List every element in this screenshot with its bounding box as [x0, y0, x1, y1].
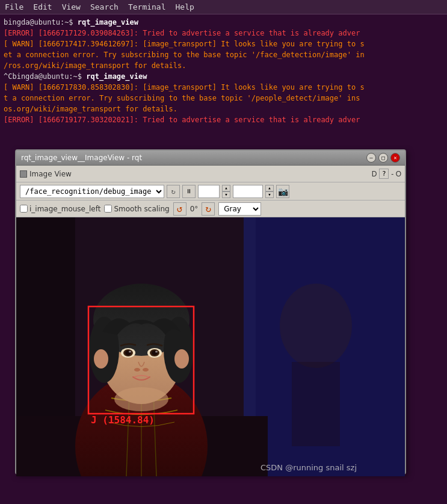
watermark-text: CSDN @running snail szj [260, 463, 357, 472]
terminal-warn-1: [ WARN] [1666717417.394612697]: [image_t… [4, 39, 443, 49]
time-spin-down[interactable]: ▾ [265, 191, 274, 198]
smooth-label-text: Smooth scaling [114, 205, 169, 213]
mouse-checkbox[interactable] [20, 205, 28, 213]
time-spinner: ▴ ▾ [265, 185, 274, 198]
time-input[interactable]: 10.00m [233, 185, 263, 198]
refresh-button[interactable]: ↻ [167, 185, 180, 198]
menu-bar: File Edit View Search Terminal Help [0, 0, 447, 14]
menu-help[interactable]: Help [176, 2, 194, 11]
svg-point-22 [155, 351, 158, 353]
image-svg: J (1584.84) CSDN @running snail szj [16, 217, 405, 476]
svg-point-21 [129, 351, 131, 353]
menu-edit[interactable]: Edit [33, 2, 52, 11]
maximize-button[interactable]: □ [378, 153, 388, 163]
terminal-warn-2: [ WARN] [1666717830.858302830]: [image_t… [4, 82, 443, 93]
pause-button[interactable]: ⏸ [182, 185, 196, 198]
terminal-warn-1c: /ros.org/wiki/image_transport for detail… [4, 60, 443, 71]
num-input[interactable]: 0 [198, 185, 220, 198]
mouse-label-text: i_image_mouse_left [29, 205, 100, 213]
menu-file[interactable]: File [5, 2, 23, 11]
terminal-cmd-1: rqt_image_view [78, 18, 138, 26]
svg-point-28 [280, 284, 352, 368]
rqt-window: rqt_image_view__ImageView - rqt – □ ✕ Im… [15, 149, 406, 474]
minimize-button[interactable]: – [366, 153, 376, 163]
terminal-output: bingda@ubuntu:~$ rqt_image_view [ERROR] … [0, 14, 447, 159]
svg-rect-29 [292, 362, 340, 446]
time-spin-up[interactable]: ▴ [265, 185, 274, 191]
smooth-checkbox[interactable] [104, 205, 112, 213]
face-label-text: J (1584.84) [91, 414, 155, 426]
svg-point-27 [114, 387, 168, 411]
spin-down[interactable]: ▾ [222, 191, 230, 198]
image-canvas: J (1584.84) CSDN @running snail szj [16, 217, 405, 476]
color-dropdown[interactable]: Gray RGB BGR Mono8 [218, 202, 261, 216]
capture-button[interactable]: 📷 [276, 185, 289, 198]
toolbar-right: D ? - O [372, 169, 401, 179]
terminal-warn-2b: t a connection error. Try subscribing to… [4, 93, 443, 104]
window-controls: – □ ✕ [366, 153, 400, 163]
svg-point-24 [143, 368, 149, 372]
svg-point-26 [174, 349, 189, 369]
terminal-error-2: [ERROR] [1666719177.303202021]: Tried to… [4, 114, 443, 125]
plugin-icon [20, 170, 27, 178]
menu-terminal[interactable]: Terminal [128, 2, 166, 11]
rotate-left-button[interactable]: ↺ [173, 202, 187, 216]
terminal-error-1: [ERROR] [1666717129.039084263]: Tried to… [4, 28, 443, 39]
num-spinner: ▴ ▾ [222, 185, 230, 198]
terminal-cmd-2: rqt_image_view [86, 72, 147, 81]
controls-row: /face_recognition/debug_image ↻ ⏸ 0 ▴ ▾ … [16, 182, 405, 201]
terminal-prompt-1: bingda@ubuntu:~$ [4, 18, 78, 26]
svg-point-25 [94, 349, 108, 369]
close-button[interactable]: ✕ [390, 153, 400, 163]
topic-dropdown[interactable]: /face_recognition/debug_image [20, 185, 164, 198]
title-bar: rqt_image_view__ImageView - rqt – □ ✕ [16, 151, 405, 166]
d-label: D [372, 170, 377, 178]
svg-point-23 [134, 368, 140, 372]
mouse-check-label: i_image_mouse_left [20, 205, 100, 213]
menu-view[interactable]: View [62, 2, 81, 11]
spin-up[interactable]: ▴ [222, 185, 230, 191]
options-row: i_image_mouse_left Smooth scaling ↺ 0° ↻… [16, 201, 405, 217]
help-button[interactable]: ? [379, 169, 389, 179]
smooth-check-label: Smooth scaling [104, 205, 169, 213]
terminal-prompt-2: ^Cbingda@ubuntu:~$ [4, 72, 86, 81]
plugin-label: Image View [29, 170, 72, 178]
window-title: rqt_image_view__ImageView - rqt [21, 154, 142, 162]
menu-search[interactable]: Search [90, 2, 119, 11]
rotation-degrees: 0° [190, 205, 199, 213]
terminal-warn-2c: os.org/wiki/image_transport for details. [4, 104, 443, 114]
rotate-right-button[interactable]: ↻ [202, 202, 215, 216]
dash-o-label: - O [391, 170, 401, 178]
plugin-toolbar: Image View D ? - O [16, 166, 405, 182]
terminal-warn-1b: et a connection error. Try subscribing t… [4, 49, 443, 60]
